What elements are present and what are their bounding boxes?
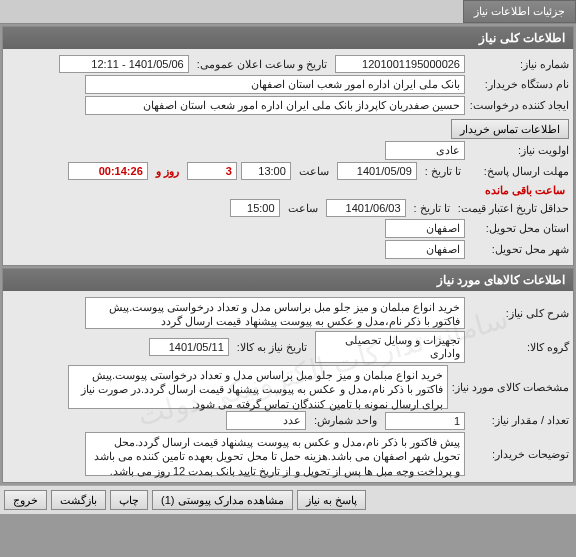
attachments-button[interactable]: مشاهده مدارک پیوستی (1) (152, 490, 293, 510)
label-pub-date: تاریخ و ساعت اعلان عمومی: (193, 58, 331, 71)
respond-button[interactable]: پاسخ به نیاز (297, 490, 366, 510)
label-buyer-note: توضیحات خریدار: (469, 448, 569, 461)
label-resp-deadline: مهلت ارسال پاسخ: (469, 165, 569, 178)
label-spec: مشخصات کالای مورد نیاز: (452, 381, 569, 394)
panel-general-header: اطلاعات کلی نیاز (3, 27, 573, 49)
label-to-date-1: تا تاریخ : (421, 165, 465, 178)
field-spec: خرید انواع مبلمان و میز جلو مبل براساس م… (68, 365, 448, 409)
tab-bar: جزئیات اطلاعات نیاز (0, 0, 576, 24)
field-buyer-note: پیش فاکتور با ذکر نام،مدل و عکس به پیوست… (85, 432, 465, 476)
field-resp-time: 13:00 (241, 162, 291, 180)
label-qty: تعداد / مقدار نیاز: (469, 414, 569, 427)
label-unit: واحد شمارش: (310, 414, 381, 427)
panel-general: اطلاعات کلی نیاز شماره نیاز: 12010011950… (2, 26, 574, 266)
field-price-valid-date: 1401/06/03 (326, 199, 406, 217)
label-priority: اولویت نیاز: (469, 144, 569, 157)
label-creator: ایجاد کننده درخواست: (469, 99, 569, 112)
print-button[interactable]: چاپ (110, 490, 148, 510)
tab-details[interactable]: جزئیات اطلاعات نیاز (463, 0, 576, 23)
field-days-remain: 3 (187, 162, 237, 180)
field-price-valid-time: 15:00 (230, 199, 280, 217)
label-days-post: روز و (152, 165, 183, 178)
field-creator: حسین صفدریان کاپرداز بانک ملی ایران ادار… (85, 96, 465, 115)
label-time-1: ساعت (295, 165, 333, 178)
label-time-post: ساعت باقی مانده (481, 184, 569, 197)
button-bar: پاسخ به نیاز مشاهده مدارک پیوستی (1) چاپ… (0, 485, 576, 514)
field-time-remain: 00:14:26 (68, 162, 148, 180)
label-need-date: تاریخ نیاز به کالا: (233, 341, 311, 354)
label-price-valid: حداقل تاریخ اعتبار قیمت: (458, 202, 569, 215)
exit-button[interactable]: خروج (4, 490, 47, 510)
field-need-date: 1401/05/11 (149, 338, 229, 356)
label-to-date-2: تا تاریخ : (410, 202, 454, 215)
field-priority: عادی (385, 141, 465, 160)
field-province: اصفهان (385, 219, 465, 238)
panel-goods-header: اطلاعات کالاهای مورد نیاز (3, 269, 573, 291)
label-group: گروه کالا: (469, 341, 569, 354)
contact-button[interactable]: اطلاعات تماس خریدار (451, 119, 569, 139)
back-button[interactable]: بازگشت (51, 490, 106, 510)
field-group: تجهیزات و وسایل تحصیلی واداری (315, 331, 465, 363)
field-qty: 1 (385, 412, 465, 430)
panel-goods: اطلاعات کالاهای مورد نیاز سامانه تدارکات… (2, 268, 574, 483)
field-pub-date: 1401/05/06 - 12:11 (59, 55, 189, 73)
label-buyer: نام دستگاه خریدار: (469, 78, 569, 91)
label-province: استان محل تحویل: (469, 222, 569, 235)
field-buyer: بانک ملی ایران اداره امور شعب استان اصفه… (85, 75, 465, 94)
field-req-no: 1201001195000026 (335, 55, 465, 73)
label-req-no: شماره نیاز: (469, 58, 569, 71)
label-desc: شرح کلی نیاز: (469, 307, 569, 320)
field-desc: خرید انواع مبلمان و میز جلو مبل براساس م… (85, 297, 465, 329)
field-resp-date: 1401/05/09 (337, 162, 417, 180)
label-city: شهر محل تحویل: (469, 243, 569, 256)
field-city: اصفهان (385, 240, 465, 259)
field-unit: عدد (226, 411, 306, 430)
label-time-2: ساعت (284, 202, 322, 215)
